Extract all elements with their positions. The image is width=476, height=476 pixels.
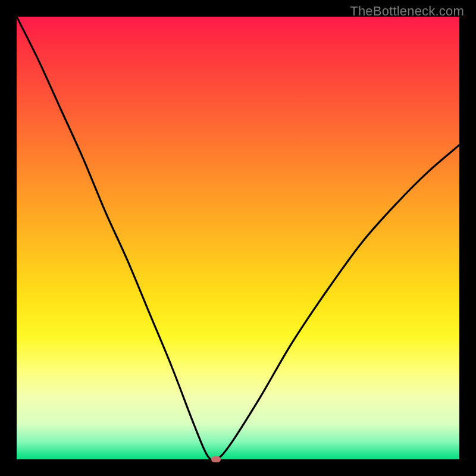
bottleneck-curve bbox=[17, 17, 459, 459]
plot-area bbox=[17, 17, 459, 459]
chart-container: TheBottleneck.com bbox=[0, 0, 476, 476]
minimum-marker bbox=[211, 456, 221, 462]
watermark-text: TheBottleneck.com bbox=[350, 4, 464, 19]
